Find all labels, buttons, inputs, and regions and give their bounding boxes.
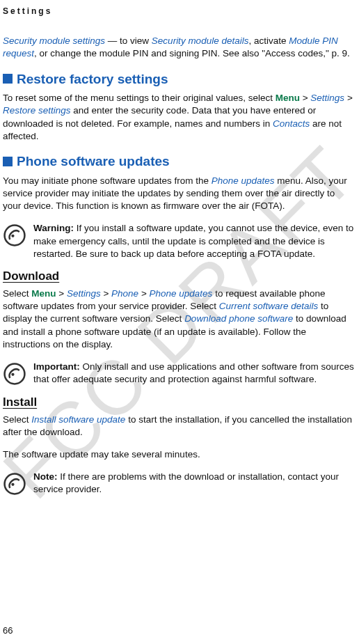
section-marker-icon (3, 157, 13, 166)
install-paragraph-1: Select Install software update to start … (3, 414, 355, 439)
download-subheading: Download (3, 269, 355, 285)
note-block: Note: If there are problems with the dow… (3, 471, 355, 496)
note-label: Note: (33, 471, 60, 482)
svg-point-4 (5, 474, 25, 494)
svg-point-0 (5, 226, 25, 246)
phone-updates-link: Phone updates (212, 175, 275, 186)
important-block: Important: Only install and use applicat… (3, 361, 355, 386)
svg-point-5 (11, 483, 14, 486)
phone-path: Phone (111, 288, 138, 299)
current-software-details-link: Current software details (219, 301, 319, 311)
important-icon (3, 362, 26, 386)
settings-path: Settings (310, 93, 344, 103)
settings-path: Settings (67, 288, 101, 299)
contacts-link: Contacts (273, 118, 310, 129)
svg-point-1 (11, 235, 14, 237)
note-icon (3, 472, 26, 496)
important-label: Important: (33, 361, 83, 372)
page-header: Settings (3, 6, 355, 17)
updates-paragraph: You may initiate phone software updates … (3, 175, 355, 213)
phone-updates-path: Phone updates (150, 288, 213, 299)
restore-settings-path: Restore settings (3, 105, 71, 116)
warning-label: Warning: (33, 223, 77, 233)
warning-text: If you install a software update, you ca… (33, 223, 353, 258)
updates-section-heading: Phone software updates (3, 152, 355, 171)
restore-paragraph: To reset some of the menu settings to th… (3, 92, 355, 143)
install-software-update-link: Install software update (31, 414, 125, 425)
note-text: If there are problems with the download … (33, 471, 339, 494)
warning-block: Warning: If you install a software updat… (3, 222, 355, 260)
svg-point-2 (5, 364, 25, 384)
download-phone-software-link: Download phone software (184, 313, 293, 324)
restore-section-heading: Restore factory settings (3, 70, 355, 88)
intro-paragraph: Security module settings — to view Secur… (3, 35, 355, 60)
section-marker-icon (3, 74, 13, 84)
security-module-details-link: Security module details (152, 36, 249, 46)
install-paragraph-2: The software update may take several min… (3, 448, 355, 461)
warning-icon (3, 223, 26, 247)
menu-label: Menu (276, 93, 300, 103)
svg-point-3 (11, 373, 14, 376)
security-module-settings-link: Security module settings (3, 36, 105, 46)
download-paragraph: Select Menu > Settings > Phone > Phone u… (3, 288, 355, 351)
menu-label: Menu (31, 288, 56, 299)
install-subheading: Install (3, 395, 355, 411)
page-number: 66 (3, 625, 13, 637)
